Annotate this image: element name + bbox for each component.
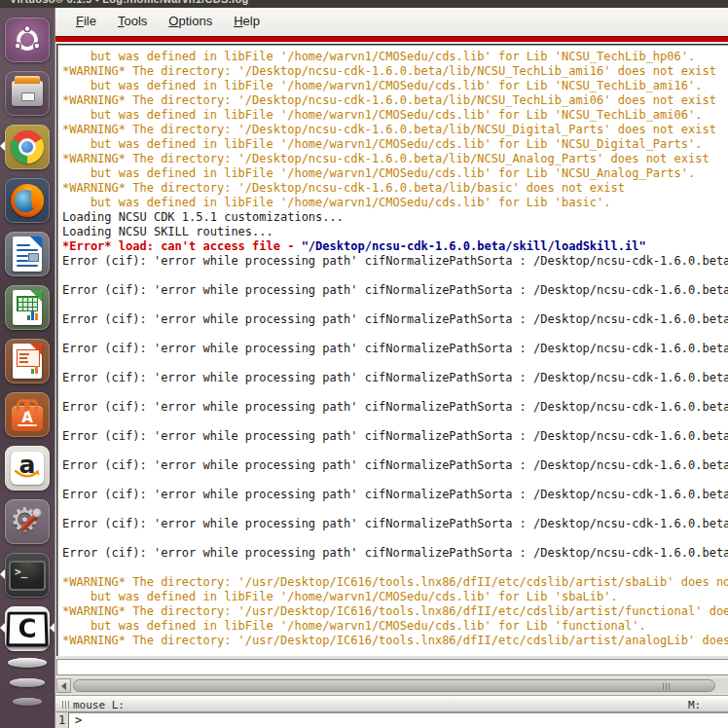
ubuntu-dash-icon[interactable] <box>5 18 50 62</box>
firefox-icon[interactable] <box>5 178 50 223</box>
menu-file[interactable]: File <box>67 11 105 31</box>
log-line <box>62 444 728 458</box>
history-line-number: 1 <box>55 712 69 728</box>
command-input-field[interactable] <box>56 659 728 675</box>
log-line: Error (cif): 'error while processing pat… <box>62 254 728 269</box>
virtuoso-icon[interactable]: C <box>5 606 50 651</box>
gear-wrench-graphic: ⚙ <box>10 504 45 539</box>
log-line: Error (cif): 'error while processing pat… <box>62 429 728 444</box>
log-line: *Error* load: can't access file - "/Desk… <box>62 239 728 254</box>
log-line <box>62 415 728 429</box>
menu-bar: File Tools Options Help <box>55 8 728 34</box>
libreoffice-writer-icon[interactable] <box>5 232 50 276</box>
log-line <box>62 473 728 488</box>
log-line: but was defined in libFile '/home/warvn1… <box>62 196 728 210</box>
virtuoso-ciw-window: File Tools Options Help but was defined … <box>55 8 728 728</box>
unity-launcher: A a ⚙ >_ C <box>0 8 55 728</box>
log-line: *WARNING* The directory: '/usr/Desktop/I… <box>62 634 728 648</box>
circle-of-friends-logo <box>11 23 44 56</box>
log-line <box>62 531 728 546</box>
log-line: but was defined in libFile '/home/warvn1… <box>62 137 728 152</box>
log-line: but was defined in libFile '/home/warvn1… <box>62 50 728 64</box>
system-settings-icon[interactable]: ⚙ <box>5 499 50 544</box>
log-line: but was defined in libFile '/home/warvn1… <box>62 590 728 604</box>
writer-page-graphic <box>13 237 42 272</box>
amazon-smile-arrow <box>15 469 40 481</box>
log-line: Error (cif): 'error while processing pat… <box>62 458 728 473</box>
calc-page-graphic <box>13 290 42 325</box>
window-titlebar: Virtuoso® 6.1.5 - Log:/home/warvn1/CDS.l… <box>0 0 728 8</box>
log-line: Loading NCSU SKILL routines... <box>62 225 728 239</box>
log-line: *WARNING* The directory: '/usr/Desktop/I… <box>62 575 728 590</box>
amazon-logo: a <box>11 452 44 485</box>
log-line <box>62 356 728 371</box>
cadence-monitor-graphic: C <box>6 612 48 647</box>
log-line: *WARNING* The directory: '/Desktop/ncsu-… <box>62 93 728 108</box>
launcher-folded-icon <box>13 698 42 706</box>
log-line <box>62 561 728 575</box>
prompt-row: 1 > <box>55 712 728 728</box>
log-line: but was defined in libFile '/home/warvn1… <box>62 79 728 93</box>
window-title: Virtuoso® 6.1.5 - Log:/home/warvn1/CDS.l… <box>10 0 248 5</box>
log-line: *WARNING* The directory: '/Desktop/ncsu-… <box>62 152 728 166</box>
scrollbar-thumb[interactable] <box>73 679 715 692</box>
terminal-screen-graphic: >_ <box>9 561 46 591</box>
log-line: Error (cif): 'error while processing pat… <box>62 400 728 415</box>
log-line <box>62 327 728 342</box>
log-line: Error (cif): 'error while processing pat… <box>62 371 728 385</box>
file-cabinet-icon[interactable] <box>5 71 50 116</box>
terminal-icon[interactable]: >_ <box>5 553 50 598</box>
chrome-logo <box>11 130 44 164</box>
log-line: Error (cif): 'error while processing pat… <box>62 546 728 561</box>
log-line: *WARNING* The directory: '/Desktop/ncsu-… <box>62 123 728 137</box>
launcher-folded-icon <box>10 678 45 687</box>
log-line <box>62 385 728 400</box>
log-line: Error (cif): 'error while processing pat… <box>62 312 728 327</box>
log-line: *WARNING* The directory: '/Desktop/ncsu-… <box>62 64 728 79</box>
log-line: Error (cif): 'error while processing pat… <box>62 283 728 298</box>
horizontal-scrollbar[interactable] <box>56 678 728 693</box>
impress-page-graphic <box>13 344 42 379</box>
log-line: but was defined in libFile '/home/warvn1… <box>62 108 728 123</box>
mouse-middle-binding-label: M: <box>688 699 701 711</box>
launcher-folded-icon <box>8 658 47 668</box>
firefox-logo <box>11 184 44 217</box>
log-line <box>62 269 728 283</box>
ciw-prompt-input[interactable]: > <box>69 712 728 728</box>
shopping-bag-graphic: A <box>12 406 43 431</box>
log-line: *WARNING* The directory: '/usr/Desktop/I… <box>62 604 728 619</box>
red-separator-bar <box>55 34 728 44</box>
libreoffice-impress-icon[interactable] <box>5 339 50 383</box>
libreoffice-calc-icon[interactable] <box>5 285 50 330</box>
left-arrow-icon <box>61 682 66 690</box>
mouse-bindings-bar: mouse L: M: <box>55 695 728 712</box>
drawer-graphic <box>12 81 43 106</box>
amazon-icon[interactable]: a <box>5 446 50 491</box>
log-line <box>62 298 728 312</box>
menu-tools[interactable]: Tools <box>109 11 156 31</box>
software-center-icon[interactable]: A <box>5 392 50 437</box>
log-line: Error (cif): 'error while processing pat… <box>62 488 728 502</box>
log-line: Error (cif): 'error while processing pat… <box>62 342 728 356</box>
log-line <box>62 502 728 517</box>
scroll-left-button[interactable] <box>56 678 71 693</box>
chrome-icon[interactable] <box>5 125 50 169</box>
menu-options[interactable]: Options <box>160 11 221 31</box>
mouse-left-binding-label: mouse L: <box>73 699 125 711</box>
log-line: Loading NCSU CDK 1.5.1 customizations... <box>62 210 728 225</box>
scrollbar-grip <box>663 683 671 690</box>
statusbar-grip <box>62 701 69 709</box>
log-line: *WARNING* The directory: '/Desktop/ncsu-… <box>62 181 728 196</box>
log-line: but was defined in libFile '/home/warvn1… <box>62 619 728 634</box>
log-line: but was defined in libFile '/home/warvn1… <box>62 166 728 181</box>
log-line: Error (cif): 'error while processing pat… <box>62 517 728 531</box>
menu-help[interactable]: Help <box>225 11 269 31</box>
log-output-area[interactable]: but was defined in libFile '/home/warvn1… <box>56 44 728 656</box>
